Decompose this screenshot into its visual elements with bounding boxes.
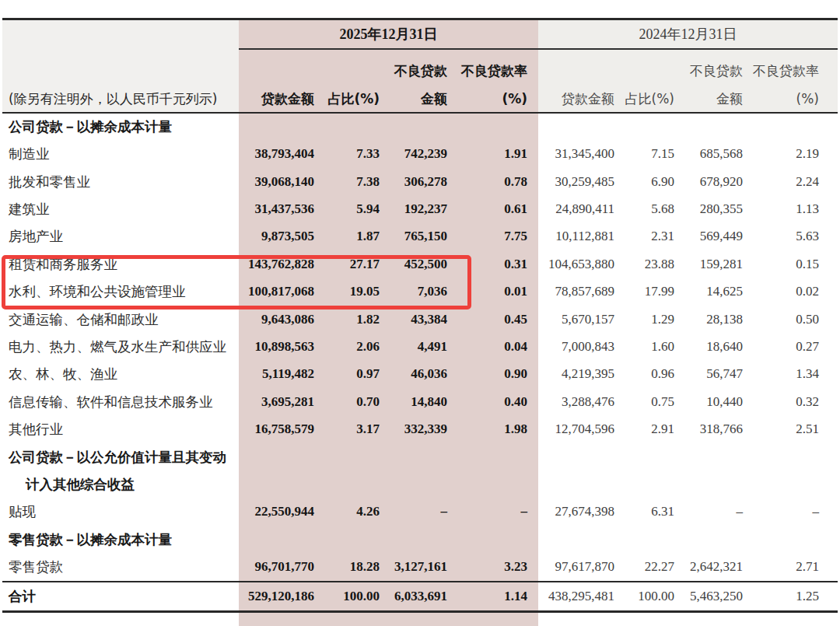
loan-distribution-table-page: 2025年12月31日 2024年12月31日 不良贷款 不良贷款率 不良贷款 … bbox=[0, 0, 840, 626]
cell-npl-amount-2025: 192,237 bbox=[380, 201, 447, 217]
table-row: 零售贷款96,701,77018.283,127,1613.2397,617,8… bbox=[2, 554, 838, 581]
subheader-row-2: (除另有注明外，以人民币千元列示) 贷款金额 占比(%) 金额 (%) 贷款金额… bbox=[2, 87, 838, 110]
cell-share-2025: 1.82 bbox=[314, 312, 380, 327]
cell-npl-amount-2024: 569,449 bbox=[674, 229, 743, 244]
table-row: 房地产业9,873,5051.87765,1507.7510,112,8812.… bbox=[2, 223, 838, 250]
row-label: 贴现 bbox=[2, 502, 239, 521]
col-header-npl-amount-2025: 金额 bbox=[380, 90, 447, 108]
cell-npl-ratio-2025: – bbox=[447, 504, 538, 519]
cell-npl-amount-2024: 10,440 bbox=[674, 394, 743, 410]
cell-share-2024: 6.90 bbox=[614, 174, 674, 190]
row-label: 房地产业 bbox=[2, 227, 239, 246]
cell-loan-amount-2025: 39,068,140 bbox=[239, 174, 314, 190]
cell-share-2025: 100.00 bbox=[314, 589, 380, 604]
total-row: 合计529,120,186100.006,033,6911.14438,295,… bbox=[2, 582, 838, 610]
cell-npl-ratio-2024: 1.34 bbox=[743, 366, 838, 382]
column-group-2025: 2025年12月31日 bbox=[239, 20, 538, 48]
cell-loan-amount-2024: 27,674,398 bbox=[538, 504, 614, 519]
table-row: 电力、热力、燃气及水生产和供应业10,898,5632.064,4910.047… bbox=[2, 333, 838, 360]
cell-npl-ratio-2024: 5.63 bbox=[743, 229, 838, 244]
col-header-loan-amount-2025: 贷款金额 bbox=[239, 90, 314, 108]
cell-loan-amount-2024: 7,000,843 bbox=[538, 339, 614, 355]
section-row: 零售贷款－以摊余成本计量 bbox=[2, 526, 838, 553]
cell-npl-ratio-2025: 0.78 bbox=[447, 174, 538, 190]
cell-npl-amount-2025: 742,239 bbox=[380, 146, 447, 162]
cell-loan-amount-2024: 104,653,880 bbox=[538, 257, 614, 272]
cell-npl-amount-2024: 318,766 bbox=[674, 421, 743, 437]
cell-loan-amount-2024: 97,617,870 bbox=[538, 559, 614, 575]
cell-loan-amount-2025: 3,695,281 bbox=[239, 394, 314, 410]
table-bottom-rule bbox=[2, 610, 838, 613]
cell-npl-ratio-2024: 0.02 bbox=[743, 284, 838, 299]
col-header-npl-ratio-2025: 不良贷款率 bbox=[447, 62, 538, 80]
cell-share-2025: 1.87 bbox=[314, 229, 380, 244]
cell-npl-ratio-2024: 1.25 bbox=[743, 589, 838, 604]
cell-npl-ratio-2024: 2.51 bbox=[743, 421, 838, 437]
cell-npl-amount-2024: 678,920 bbox=[674, 174, 743, 190]
cell-npl-amount-2024: 18,640 bbox=[674, 339, 743, 355]
cell-npl-amount-2025: 306,278 bbox=[380, 174, 447, 190]
cell-loan-amount-2024: 10,112,881 bbox=[538, 229, 614, 244]
cell-loan-amount-2024: 438,295,481 bbox=[538, 589, 614, 604]
table-row: 制造业38,793,4047.33742,2391.9131,345,4007.… bbox=[2, 140, 838, 167]
cell-npl-ratio-2025: 1.91 bbox=[447, 146, 538, 162]
row-label: 制造业 bbox=[2, 145, 239, 163]
cell-share-2024: 23.88 bbox=[614, 257, 674, 272]
col-header-npl-ratio-pct-2025: (%) bbox=[447, 91, 538, 107]
cell-npl-ratio-2024: 0.27 bbox=[743, 339, 838, 355]
cell-share-2025: 0.70 bbox=[314, 394, 380, 410]
col-header-loan-amount-2024: 贷款金额 bbox=[538, 90, 614, 108]
cell-npl-ratio-2024: 0.15 bbox=[743, 257, 838, 272]
cell-npl-ratio-2024: – bbox=[743, 504, 838, 519]
cell-npl-ratio-2025: 0.61 bbox=[447, 201, 538, 217]
cell-share-2024: 6.31 bbox=[614, 504, 674, 519]
cell-loan-amount-2025: 96,701,770 bbox=[239, 559, 314, 575]
cell-share-2024: 0.96 bbox=[614, 366, 674, 382]
table-row: 交通运输、仓储和邮政业9,643,0861.8243,3840.455,670,… bbox=[2, 306, 838, 333]
cell-npl-amount-2025: – bbox=[380, 504, 447, 519]
cell-share-2025: 4.26 bbox=[314, 504, 380, 519]
cell-npl-amount-2025: 46,036 bbox=[380, 366, 447, 382]
cell-loan-amount-2025: 9,873,505 bbox=[239, 229, 314, 244]
row-label: 农、林、牧、渔业 bbox=[2, 365, 239, 383]
table-body: 公司贷款－以摊余成本计量制造业38,793,4047.33742,2391.91… bbox=[2, 113, 838, 581]
cell-npl-ratio-2025: 1.14 bbox=[447, 589, 538, 604]
section-row: 计入其他综合收益 bbox=[2, 470, 838, 498]
cell-share-2024: 0.75 bbox=[614, 394, 674, 410]
cell-npl-ratio-2025: 0.04 bbox=[447, 339, 538, 355]
cell-npl-ratio-2025: 1.98 bbox=[447, 421, 538, 437]
cell-npl-ratio-2024: 2.24 bbox=[743, 174, 838, 190]
cell-loan-amount-2025: 10,898,563 bbox=[239, 339, 314, 355]
cell-npl-amount-2024: – bbox=[674, 504, 743, 519]
section-row: 公司贷款－以摊余成本计量 bbox=[2, 113, 838, 140]
table-row: 批发和零售业39,068,1407.38306,2780.7830,259,48… bbox=[2, 168, 838, 195]
cell-npl-ratio-2025: 0.90 bbox=[447, 366, 538, 382]
cell-loan-amount-2025: 5,119,482 bbox=[239, 366, 314, 382]
cell-npl-ratio-2025: 0.40 bbox=[447, 394, 538, 410]
col-header-share-2025: 占比(%) bbox=[314, 90, 380, 108]
cell-share-2025: 7.33 bbox=[314, 146, 380, 162]
cell-loan-amount-2025: 31,437,536 bbox=[239, 201, 314, 217]
cell-share-2024: 100.00 bbox=[614, 589, 674, 604]
cell-loan-amount-2024: 31,345,400 bbox=[538, 146, 614, 162]
table-row: 信息传输、软件和信息技术服务业3,695,2810.7014,8400.403,… bbox=[2, 388, 838, 415]
col-header-npl-2024: 不良贷款 bbox=[674, 62, 743, 80]
col-header-npl-2025: 不良贷款 bbox=[380, 62, 447, 80]
cell-loan-amount-2024: 12,704,596 bbox=[538, 421, 614, 437]
row-label: 零售贷款－以摊余成本计量 bbox=[2, 530, 239, 549]
cell-npl-amount-2024: 28,138 bbox=[674, 312, 743, 327]
cell-npl-ratio-2024: 2.19 bbox=[743, 146, 838, 162]
cell-npl-ratio-2024: 1.13 bbox=[743, 201, 838, 217]
cell-share-2025: 7.38 bbox=[314, 174, 380, 190]
row-label: 信息传输、软件和信息技术服务业 bbox=[2, 393, 239, 411]
row-label: 合计 bbox=[2, 587, 239, 606]
cell-loan-amount-2024: 4,219,395 bbox=[538, 366, 614, 382]
row-label: 电力、热力、燃气及水生产和供应业 bbox=[2, 337, 239, 356]
cell-loan-amount-2025: 38,793,404 bbox=[239, 146, 314, 162]
col-header-share-2024: 占比(%) bbox=[614, 90, 674, 108]
table-row: 其他行业16,758,5793.17332,3391.9812,704,5962… bbox=[2, 415, 838, 442]
row-label: 交通运输、仓储和邮政业 bbox=[2, 310, 239, 329]
cell-npl-amount-2025: 332,339 bbox=[380, 421, 447, 437]
cell-npl-amount-2025: 4,491 bbox=[380, 339, 447, 355]
cell-npl-amount-2024: 685,568 bbox=[674, 146, 743, 162]
